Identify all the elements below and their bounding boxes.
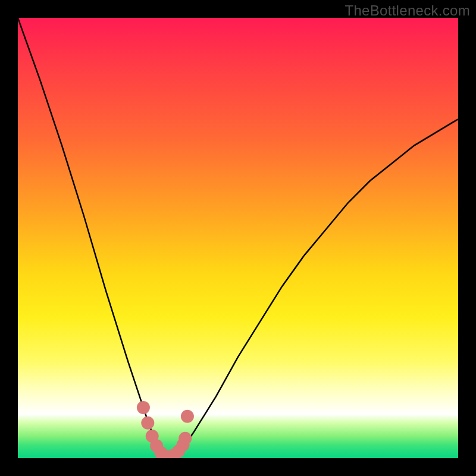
highlight-dot [178,432,192,445]
highlight-dot [141,416,154,430]
chart-svg [18,18,458,458]
outer-frame: TheBottleneck.com [0,0,476,476]
highlight-dot [181,410,194,423]
highlight-dot [137,401,150,414]
curve-layer [18,18,458,458]
marker-layer [137,401,194,458]
bottleneck-curve [18,18,458,458]
watermark-text: TheBottleneck.com [345,2,470,19]
plot-area [18,18,458,458]
